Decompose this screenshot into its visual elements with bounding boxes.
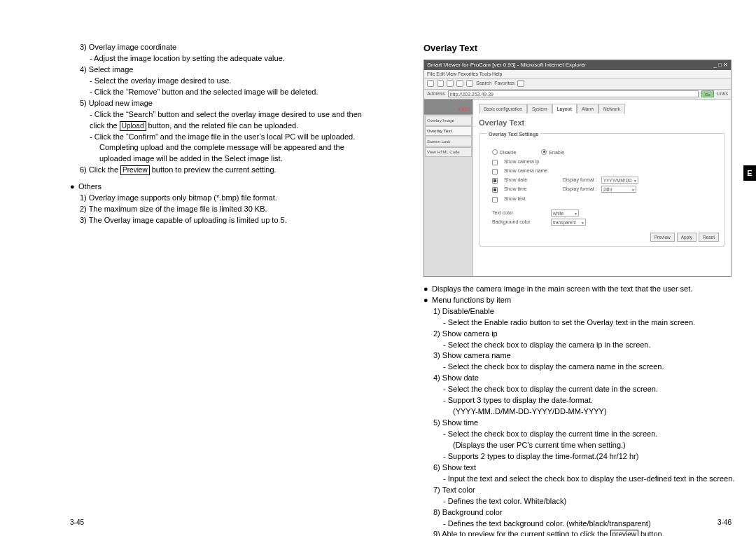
chk-show-date-label: Show date <box>504 177 559 184</box>
item-4a: - Select the overlay image desired to us… <box>70 76 364 87</box>
chk-show-time[interactable] <box>492 187 498 193</box>
screenshot: Smart Viewer for ProCam [ver 0.93] - Mic… <box>424 60 732 277</box>
stop-icon[interactable] <box>447 80 454 87</box>
right-column: Overlay Text Smart Viewer for ProCam [ve… <box>424 42 735 515</box>
media-icon[interactable] <box>517 80 524 87</box>
bg-color-select[interactable]: transparent <box>551 219 586 226</box>
item-6: 6) Click the Preview button to preview t… <box>70 165 364 176</box>
apply-button[interactable]: Apply <box>677 233 696 242</box>
chk-show-text-label: Show text <box>504 195 559 202</box>
back-icon[interactable] <box>427 80 434 87</box>
panel-title: Overlay Text <box>479 118 725 129</box>
browser-toolbar[interactable]: Search Favorites <box>424 78 731 90</box>
r-item-9: 9) Able to preview for the current setti… <box>424 529 735 536</box>
sidebar-item-view-html[interactable]: View HTML Code <box>425 147 472 157</box>
window-titlebar: Smart Viewer for ProCam [ver 0.93] - Mic… <box>424 60 731 70</box>
date-format-select[interactable]: YYYY/MM/DD <box>601 177 638 184</box>
side-panel: ● REC Overlay Image Overlay Text Screen … <box>424 99 473 276</box>
links-label[interactable]: Links <box>717 90 728 97</box>
r-item-4a: - Select the check box to display the cu… <box>424 384 735 395</box>
refresh-icon[interactable] <box>456 80 463 87</box>
r-item-5b: (Displays the user PC’s current time whe… <box>424 440 735 451</box>
favorites-label[interactable]: Favorites <box>494 80 514 87</box>
r-item-3a: - Select the check box to display the ca… <box>424 362 735 373</box>
preview-button-box: Preview <box>120 165 150 175</box>
item-5a-post: button, and the related file can be uplo… <box>146 121 299 130</box>
chk-camera-ip-label: Show camera ip <box>504 158 539 165</box>
radio-enable[interactable] <box>541 149 547 155</box>
chk-camera-name[interactable] <box>492 169 498 174</box>
search-label[interactable]: Search <box>476 80 491 87</box>
tab-basic[interactable]: Basic configuration <box>479 104 527 114</box>
others-heading: ●Others <box>70 181 364 193</box>
home-icon[interactable] <box>466 80 473 87</box>
tab-system[interactable]: System <box>527 104 552 114</box>
radio-enable-label: Enable <box>549 150 564 155</box>
item-5: 5) Upload new image <box>70 98 364 109</box>
sidebar-item-overlay-text[interactable]: Overlay Text <box>425 126 472 136</box>
go-button[interactable]: Go <box>701 90 714 97</box>
tab-alarm[interactable]: Alarm <box>577 104 598 114</box>
forward-icon[interactable] <box>437 80 444 87</box>
r-item-4c: (YYYY-MM..D/MM-DD-YYYY/DD-MM-YYYY) <box>424 406 735 418</box>
upload-button-box: Upload <box>120 121 146 131</box>
address-input[interactable]: http://203.253.49.39 <box>448 90 699 97</box>
window-controls[interactable]: _ □ ✕ <box>713 61 728 69</box>
r-item-8a: - Defines the text background color. (wh… <box>424 518 735 530</box>
group-legend: Overlay Text Settings <box>486 132 540 137</box>
r-item-5: 5) Show time <box>424 418 735 429</box>
others-3: 3) The Overlay image capable of uploadin… <box>70 215 364 226</box>
r-item-9-pre: 9) Able to preview for the current setti… <box>433 530 610 536</box>
r-item-5a: - Select the check box to display the cu… <box>424 429 735 440</box>
time-format-select[interactable]: 24hr <box>601 186 636 193</box>
chk-camera-name-label: Show camera name <box>504 167 547 174</box>
section-title: Overlay Text <box>424 42 735 55</box>
reset-button[interactable]: Reset <box>699 233 719 242</box>
item-4b: - Click the “Remove” button and the sele… <box>70 87 364 98</box>
others-1: 1) Overlay image supports only bitmap (*… <box>70 193 364 204</box>
tab-layout[interactable]: Layout <box>552 104 577 114</box>
r-item-2a: - Select the check box to display the ca… <box>424 340 735 351</box>
page-number-right: 3-46 <box>718 518 732 526</box>
item-3-sub: - Adjust the image location by setting t… <box>70 53 364 64</box>
preview-button[interactable]: Preview <box>650 233 675 242</box>
r-item-4: 4) Show date <box>424 373 735 384</box>
chk-show-date[interactable] <box>492 178 498 184</box>
r-item-5c: - Supports 2 types to display the time-f… <box>424 451 735 462</box>
item-5a: - Click the “Search” button and select t… <box>70 109 364 132</box>
item-6-post: button to preview the current setting. <box>150 165 276 174</box>
left-column: 3) Overlay image coordinate - Adjust the… <box>70 42 364 515</box>
camera-preview: ● REC <box>424 99 472 115</box>
date-format-label: Display format : <box>563 177 597 184</box>
preview-button-box-2: preview <box>610 530 638 536</box>
r-item-1a: - Select the Enable radio button to set … <box>424 317 735 329</box>
bullet-2: ●Menu functions by item <box>424 295 735 306</box>
settings-group: Overlay Text Settings Disable Enable Sho… <box>479 133 725 247</box>
menu-bar[interactable]: File Edit View Favorites Tools Help <box>424 70 731 78</box>
chk-show-text[interactable] <box>492 197 498 202</box>
side-tab-e: E <box>743 165 756 181</box>
bullet-1: ●Displays the camera image in the main s… <box>424 284 735 295</box>
radio-disable[interactable] <box>492 149 498 155</box>
item-6-pre: 6) Click the <box>80 165 120 174</box>
chk-show-time-label: Show time <box>504 186 559 193</box>
item-3: 3) Overlay image coordinate <box>70 42 364 53</box>
item-5c: Completing upload and the complete messa… <box>70 142 364 165</box>
tab-network[interactable]: Network <box>598 104 625 114</box>
sidebar-item-overlay-image[interactable]: Overlay Image <box>425 116 472 125</box>
radio-disable-label: Disable <box>500 150 516 155</box>
others-2: 2) The maximum size of the image file is… <box>70 204 364 215</box>
r-item-1: 1) Disable/Enable <box>424 306 735 317</box>
chk-camera-ip[interactable] <box>492 160 498 165</box>
r-item-4b: - Support 3 types to display the date-fo… <box>424 395 735 406</box>
item-4: 4) Select image <box>70 64 364 76</box>
sidebar-item-screen-lock[interactable]: Screen Lock <box>425 137 472 146</box>
rec-indicator: ● REC <box>458 106 470 113</box>
text-color-select[interactable]: white <box>551 209 579 217</box>
main-panel: Basic configuration System Layout Alarm … <box>473 99 731 276</box>
r-item-2: 2) Show camera ip <box>424 329 735 340</box>
text-color-label: Text color <box>492 209 547 217</box>
r-item-9-post: button. <box>638 530 664 536</box>
item-5b: - Click the “Confirm” and the image file… <box>70 132 364 143</box>
r-item-3: 3) Show camera name <box>424 350 735 362</box>
